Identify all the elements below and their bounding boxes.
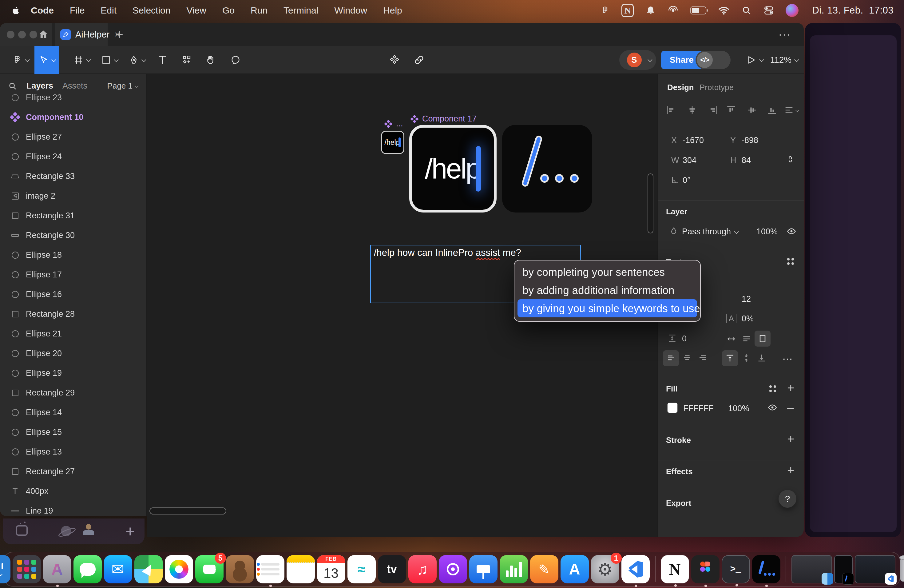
layer-row[interactable]: T400px [0, 481, 146, 501]
vertical-align-bottom-icon[interactable] [757, 353, 766, 363]
link-icon[interactable] [409, 46, 428, 74]
x-value[interactable]: -1670 [683, 136, 704, 145]
paragraph-spacing-value[interactable]: 0 [682, 334, 687, 343]
layer-row[interactable]: Ellipse 27 [0, 127, 146, 147]
vertical-align-middle-icon[interactable] [742, 353, 751, 363]
battery-icon[interactable] [690, 6, 706, 14]
dock-system-settings[interactable]: ⚙1 [591, 555, 619, 583]
mini-component-label[interactable]: ... [384, 119, 403, 128]
w-value[interactable]: 304 [683, 156, 697, 165]
comment-tool-button[interactable] [225, 46, 246, 74]
layer-row[interactable]: Ellipse 13 [0, 442, 146, 462]
text-tool-button[interactable]: T [153, 46, 172, 74]
dock-facetime[interactable]: 5 [195, 555, 224, 583]
layer-row[interactable]: Ellipse 21 [0, 324, 146, 343]
frame-tool-button[interactable] [68, 46, 95, 74]
figma-menubar-icon[interactable] [601, 6, 610, 15]
dropdown-option[interactable]: by completing your sentences [514, 263, 700, 281]
dock-app-a[interactable]: A [43, 555, 71, 583]
dock-maps[interactable] [134, 555, 163, 583]
control-center-icon[interactable] [763, 5, 774, 16]
notion-menubar-icon[interactable]: N [621, 4, 634, 17]
dock-messages[interactable] [73, 555, 102, 583]
slash-logo-tile[interactable] [502, 125, 592, 212]
align-bottom-icon[interactable] [767, 105, 777, 115]
resources-tool-button[interactable] [177, 46, 197, 74]
layer-row[interactable]: image 2 [0, 186, 146, 206]
hand-tool-button[interactable] [201, 46, 220, 74]
dock-notes[interactable] [286, 555, 315, 583]
dock-freeform[interactable]: ≈ [348, 555, 376, 583]
layer-row[interactable]: Rectangle 33 [0, 166, 146, 186]
dock-music[interactable]: ♫ [408, 555, 437, 583]
dock-launchpad[interactable] [13, 555, 41, 583]
layer-row[interactable]: Ellipse 16 [0, 285, 146, 304]
menu-item-file[interactable]: File [62, 5, 93, 16]
fixed-size-icon[interactable] [755, 330, 771, 346]
constrain-proportions-icon[interactable] [785, 155, 795, 164]
dev-mode-toggle[interactable]: </> [695, 51, 730, 69]
layer-row[interactable]: Ellipse 23 [0, 88, 146, 107]
tab-prototype[interactable]: Prototype [700, 83, 734, 92]
menubar-clock[interactable]: Di. 13. Feb. 17:03 [812, 5, 893, 16]
dock-finder[interactable] [0, 555, 11, 583]
dock-numbers[interactable] [499, 555, 528, 583]
eye-icon[interactable] [768, 403, 777, 413]
siri-icon[interactable] [785, 4, 798, 17]
dock-keynote[interactable] [469, 555, 498, 583]
align-right-icon[interactable] [708, 105, 718, 115]
new-tab-button[interactable]: + [110, 23, 128, 46]
layer-opacity-value[interactable]: 100% [756, 227, 778, 237]
layer-row[interactable]: Rectangle 31 [0, 206, 146, 225]
type-details-icon[interactable]: ⋯ [782, 353, 793, 365]
menu-item-help[interactable]: Help [375, 5, 410, 16]
layer-row[interactable]: Ellipse 14 [0, 403, 146, 422]
fill-opacity-value[interactable]: 100% [728, 404, 749, 413]
component-icon[interactable] [385, 46, 404, 74]
layer-row-component-10[interactable]: Component 10 [0, 107, 146, 127]
apple-menu-icon[interactable] [11, 5, 21, 16]
menu-item-edit[interactable]: Edit [93, 5, 125, 16]
add-effect-icon[interactable]: + [787, 464, 794, 476]
text-align-center-icon[interactable] [683, 353, 692, 363]
dock-apple-tv[interactable]: tv [378, 555, 406, 583]
dock-terminal[interactable]: >_ [722, 555, 750, 583]
present-button[interactable] [742, 46, 767, 74]
spotlight-search-icon[interactable] [741, 5, 752, 16]
text-align-right-icon[interactable] [698, 353, 707, 363]
tab-design[interactable]: Design [667, 83, 694, 92]
rotation-value[interactable]: 0° [683, 175, 691, 185]
menu-item-terminal[interactable]: Terminal [275, 5, 326, 16]
zoom-window-button[interactable] [30, 31, 37, 38]
menu-item-selection[interactable]: Selection [125, 5, 179, 16]
dock-contacts[interactable] [226, 555, 254, 583]
align-h-center-icon[interactable] [687, 105, 697, 115]
layer-row[interactable]: Ellipse 18 [0, 245, 146, 265]
minimized-window-finder[interactable] [792, 555, 832, 583]
dock-pages[interactable]: ✎ [530, 555, 558, 583]
mini-help-component[interactable]: /help [381, 131, 405, 154]
dock-vscode[interactable] [621, 555, 650, 583]
canvas[interactable]: ... /help Component 17 /help [147, 74, 657, 537]
layer-row[interactable]: Ellipse 20 [0, 343, 146, 363]
minimize-window-button[interactable] [18, 31, 26, 38]
add-stroke-icon[interactable]: + [787, 433, 794, 445]
zoom-menu[interactable]: 112% [768, 46, 800, 74]
tabbar-more-icon[interactable]: ⋯ [778, 23, 792, 46]
h-value[interactable]: 84 [742, 156, 751, 165]
auto-height-icon[interactable] [742, 334, 751, 344]
eye-icon[interactable] [787, 226, 797, 236]
fill-color-swatch[interactable] [667, 403, 678, 413]
layer-row[interactable]: Ellipse 15 [0, 422, 146, 442]
dropdown-option[interactable]: by adding additional information [514, 281, 700, 299]
account-menu[interactable]: S [619, 50, 656, 70]
home-icon[interactable] [38, 29, 49, 40]
font-size-value[interactable]: 12 [742, 294, 751, 304]
align-v-center-icon[interactable] [747, 105, 757, 115]
layer-row[interactable]: Ellipse 24 [0, 147, 146, 166]
blend-mode-value[interactable]: Pass through [682, 227, 731, 237]
dock-app-store[interactable]: A [561, 555, 589, 583]
help-command-tile[interactable]: /help [409, 125, 496, 212]
component-17-label[interactable]: Component 17 [410, 114, 477, 123]
align-left-icon[interactable] [666, 105, 676, 115]
